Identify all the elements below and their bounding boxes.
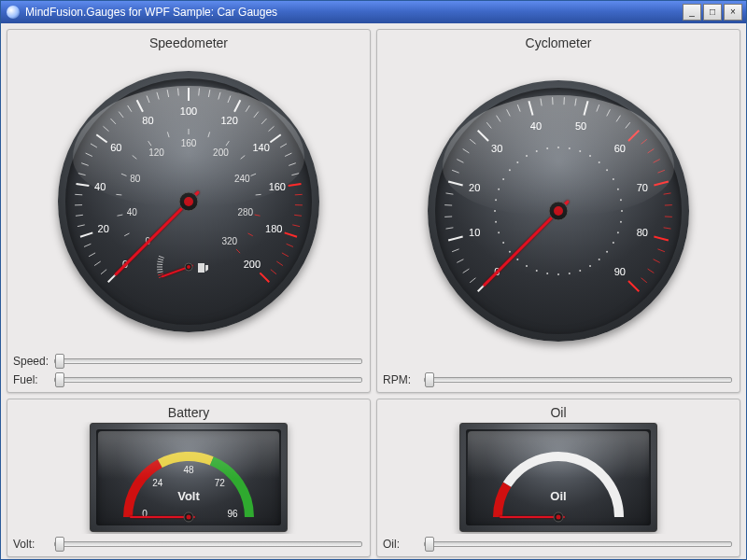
svg-text:10: 10 xyxy=(469,227,480,238)
svg-text:140: 140 xyxy=(252,142,269,153)
svg-line-119 xyxy=(463,148,470,152)
svg-line-22 xyxy=(119,111,123,117)
svg-line-67 xyxy=(116,194,121,195)
svg-line-39 xyxy=(254,111,259,117)
speedometer-gauge: 0204060801001201401601802000408012016020… xyxy=(58,71,319,332)
svg-line-77 xyxy=(226,141,229,146)
svg-line-153 xyxy=(657,249,664,252)
oil-gauge: Oil xyxy=(459,423,657,532)
svg-line-6 xyxy=(80,232,92,236)
svg-text:40: 40 xyxy=(94,181,106,192)
svg-point-177 xyxy=(494,210,496,212)
svg-line-41 xyxy=(269,126,275,131)
svg-line-48 xyxy=(289,184,302,186)
svg-point-191 xyxy=(606,251,608,253)
svg-point-165 xyxy=(589,155,591,157)
svg-point-174 xyxy=(502,178,504,180)
svg-point-188 xyxy=(579,270,581,272)
gauge-holder-battery: 024487296Volt xyxy=(13,422,364,534)
svg-line-157 xyxy=(628,281,639,291)
panel-cyclometer: Cyclometer 0102030405060708090 RPM: xyxy=(376,29,740,393)
svg-text:50: 50 xyxy=(575,120,586,132)
svg-line-11 xyxy=(75,194,82,195)
oil-slider[interactable] xyxy=(424,541,732,547)
svg-text:160: 160 xyxy=(269,181,286,192)
svg-line-8 xyxy=(78,225,85,227)
svg-text:60: 60 xyxy=(614,143,626,154)
slider-row-volt: Volt: xyxy=(13,536,364,553)
svg-line-105 xyxy=(470,278,475,283)
svg-text:96: 96 xyxy=(227,509,238,519)
svg-line-70 xyxy=(133,155,137,159)
svg-line-141 xyxy=(641,139,647,144)
svg-point-160 xyxy=(620,199,622,201)
panel-title-speedometer: Speedometer xyxy=(13,34,364,52)
svg-text:200: 200 xyxy=(244,259,261,270)
svg-text:Oil: Oil xyxy=(550,489,566,503)
content-grid: Speedometer 0204060801001201401601802000… xyxy=(1,23,746,559)
svg-point-186 xyxy=(557,273,559,275)
svg-point-192 xyxy=(613,242,614,244)
panel-speedometer: Speedometer 0204060801001201401601802000… xyxy=(7,29,371,393)
svg-line-96 xyxy=(159,256,164,258)
svg-line-60 xyxy=(260,273,269,282)
svg-line-73 xyxy=(167,132,169,137)
speed-slider[interactable] xyxy=(54,358,362,364)
close-button[interactable]: × xyxy=(724,4,742,21)
svg-line-135 xyxy=(597,105,599,111)
svg-point-166 xyxy=(579,150,581,152)
svg-line-15 xyxy=(81,163,89,166)
fuel-label: Fuel: xyxy=(13,373,49,386)
svg-line-107 xyxy=(457,259,463,263)
svg-text:72: 72 xyxy=(215,478,226,488)
svg-line-12 xyxy=(77,184,90,186)
svg-line-24 xyxy=(137,100,143,111)
rpm-slider[interactable] xyxy=(424,377,732,383)
svg-line-137 xyxy=(616,116,620,122)
svg-point-183 xyxy=(526,265,528,267)
slider-row-speed: Speed: xyxy=(13,353,364,370)
svg-point-102 xyxy=(184,197,193,206)
volt-label: Volt: xyxy=(13,538,49,551)
minimize-button[interactable]: _ xyxy=(683,4,701,21)
svg-line-52 xyxy=(294,215,302,216)
svg-line-56 xyxy=(287,244,293,246)
svg-text:60: 60 xyxy=(110,142,121,153)
svg-line-145 xyxy=(654,181,668,185)
svg-point-181 xyxy=(509,251,511,253)
svg-text:24: 24 xyxy=(152,478,163,488)
svg-line-115 xyxy=(448,181,462,185)
svg-text:40: 40 xyxy=(530,120,542,132)
maximize-button[interactable]: □ xyxy=(703,4,722,21)
svg-line-150 xyxy=(664,228,671,229)
speed-label: Speed: xyxy=(13,355,49,368)
svg-line-28 xyxy=(167,90,168,97)
svg-line-95 xyxy=(158,259,163,260)
svg-text:80: 80 xyxy=(130,174,141,184)
svg-line-71 xyxy=(148,141,151,146)
svg-point-167 xyxy=(569,147,571,149)
svg-point-179 xyxy=(498,231,500,233)
svg-text:100: 100 xyxy=(180,105,197,117)
volt-slider[interactable] xyxy=(54,541,362,547)
svg-point-168 xyxy=(557,147,559,148)
svg-line-64 xyxy=(124,233,129,236)
svg-text:120: 120 xyxy=(220,115,237,126)
svg-line-86 xyxy=(236,249,240,253)
svg-point-187 xyxy=(569,273,571,274)
svg-point-182 xyxy=(516,259,518,260)
app-window: MindFusion.Gauges for WPF Sample: Car Ga… xyxy=(0,0,747,560)
svg-line-20 xyxy=(103,126,108,131)
svg-line-4 xyxy=(89,253,95,257)
fuel-slider[interactable] xyxy=(54,377,362,383)
svg-line-156 xyxy=(641,278,647,283)
svg-text:280: 280 xyxy=(237,207,253,217)
svg-line-21 xyxy=(110,119,115,124)
svg-line-38 xyxy=(246,105,249,112)
svg-line-121 xyxy=(478,131,488,141)
svg-line-65 xyxy=(117,215,122,216)
svg-point-159 xyxy=(621,210,623,212)
svg-line-53 xyxy=(292,225,300,227)
rpm-label: RPM: xyxy=(383,373,418,386)
svg-line-54 xyxy=(285,232,297,236)
